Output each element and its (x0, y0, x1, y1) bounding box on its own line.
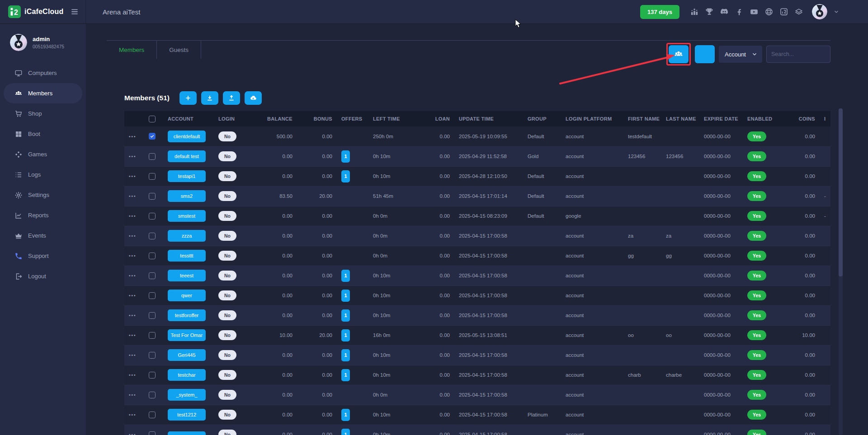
row-checkbox[interactable] (149, 133, 156, 140)
offers-badge[interactable]: 1 (341, 329, 350, 341)
cloud-download-button[interactable] (245, 91, 262, 105)
row-checkbox[interactable] (149, 431, 156, 435)
row-checkbox[interactable] (149, 193, 156, 200)
enabled-badge[interactable]: Yes (747, 350, 766, 360)
account-button[interactable]: _system_ (168, 389, 206, 401)
account-button[interactable]: smstest (168, 210, 206, 222)
row-menu-button[interactable]: ••• (129, 293, 137, 298)
sidebar-item-computers[interactable]: Computers (4, 63, 82, 83)
search-input[interactable] (766, 46, 830, 63)
row-menu-button[interactable]: ••• (129, 273, 137, 278)
rewards-view-button[interactable] (695, 45, 715, 63)
offers-badge[interactable]: 1 (341, 270, 350, 282)
enabled-badge[interactable]: Yes (747, 191, 766, 201)
account-button[interactable]: qwer (168, 290, 206, 301)
row-menu-button[interactable]: ••• (129, 333, 137, 338)
row-checkbox[interactable] (149, 352, 156, 359)
enabled-badge[interactable]: Yes (747, 151, 766, 161)
offers-badge[interactable]: 1 (341, 429, 350, 435)
account-button[interactable]: tessttt (168, 250, 206, 262)
enabled-badge[interactable]: Yes (747, 231, 766, 241)
row-menu-button[interactable]: ••• (129, 412, 137, 417)
enabled-badge[interactable]: Yes (747, 251, 766, 261)
tab-members[interactable]: Members (107, 41, 157, 59)
enabled-badge[interactable]: Yes (747, 290, 766, 300)
account-button[interactable]: testchar (168, 369, 206, 381)
row-checkbox[interactable] (149, 272, 156, 279)
row-checkbox[interactable] (149, 332, 156, 339)
enabled-badge[interactable]: Yes (747, 131, 766, 141)
row-checkbox[interactable] (149, 372, 156, 379)
sidebar-item-support[interactable]: Support (4, 246, 82, 266)
ranking-icon[interactable] (690, 7, 699, 16)
account-button[interactable]: testforoffer (168, 309, 206, 321)
account-button[interactable]: Geri445 (168, 349, 206, 361)
enabled-badge[interactable]: Yes (747, 171, 766, 181)
discord-icon[interactable] (720, 7, 729, 16)
icafe-logo-icon[interactable] (779, 7, 788, 16)
offers-badge[interactable]: 1 (341, 170, 350, 182)
enabled-badge[interactable]: Yes (747, 310, 766, 320)
upload-button[interactable] (223, 91, 240, 105)
sidebar-item-games[interactable]: Games (4, 144, 82, 164)
offers-badge[interactable]: 1 (341, 349, 350, 361)
account-button[interactable]: default test (168, 150, 206, 162)
row-menu-button[interactable]: ••• (129, 194, 137, 199)
row-menu-button[interactable]: ••• (129, 234, 137, 239)
trophy-icon[interactable] (705, 7, 714, 16)
row-menu-button[interactable]: ••• (129, 432, 137, 435)
members-view-button[interactable] (669, 45, 689, 63)
sidebar-item-members[interactable]: Members (4, 83, 82, 103)
enabled-badge[interactable]: Yes (747, 370, 766, 380)
account-button[interactable]: clientdefault (168, 131, 206, 142)
table-scrollbar[interactable] (839, 108, 843, 435)
account-button[interactable]: teeest (168, 270, 206, 281)
row-menu-button[interactable]: ••• (129, 393, 137, 398)
sidebar-item-shop[interactable]: Shop (4, 103, 82, 124)
row-checkbox[interactable] (149, 392, 156, 398)
row-checkbox[interactable] (149, 213, 156, 220)
sidebar-item-boot[interactable]: Boot (4, 124, 82, 144)
enabled-badge[interactable]: Yes (747, 390, 766, 400)
offers-badge[interactable]: 1 (341, 409, 350, 421)
sidebar-item-logout[interactable]: Logout (4, 266, 82, 286)
enabled-badge[interactable]: Yes (747, 430, 766, 435)
row-checkbox[interactable] (149, 153, 156, 160)
account-select[interactable]: Account (719, 46, 762, 63)
scrollbar-thumb[interactable] (839, 108, 843, 276)
facebook-icon[interactable] (735, 7, 744, 16)
row-menu-button[interactable]: ••• (129, 174, 137, 179)
row-checkbox[interactable] (149, 312, 156, 319)
row-checkbox[interactable] (149, 233, 156, 239)
row-menu-button[interactable]: ••• (129, 134, 137, 139)
sidebar-item-reports[interactable]: Reports (4, 205, 82, 225)
account-button[interactable]: zzza (168, 230, 206, 242)
enabled-badge[interactable]: Yes (747, 211, 766, 221)
row-menu-button[interactable]: ••• (129, 313, 137, 318)
row-menu-button[interactable]: ••• (129, 373, 137, 378)
row-menu-button[interactable]: ••• (129, 253, 137, 258)
row-menu-button[interactable]: ••• (129, 214, 137, 219)
row-checkbox[interactable] (149, 292, 156, 299)
offers-badge[interactable]: 1 (341, 369, 350, 381)
user-menu-chevron-icon[interactable] (833, 9, 840, 15)
enabled-badge[interactable]: Yes (747, 330, 766, 340)
account-button[interactable]: test1212 (168, 409, 206, 421)
row-checkbox[interactable] (149, 412, 156, 418)
menu-toggle-icon[interactable] (70, 7, 79, 16)
enabled-badge[interactable]: Yes (747, 271, 766, 281)
offers-badge[interactable]: 1 (341, 290, 350, 302)
sidebar-profile[interactable]: admin 005193482475 (0, 24, 86, 59)
account-button[interactable]: testapi1 (168, 170, 206, 182)
account-button[interactable] (168, 431, 206, 435)
offers-badge[interactable]: 1 (341, 309, 350, 322)
account-button[interactable]: Test For Omar (168, 329, 206, 341)
sidebar-item-logs[interactable]: Logs (4, 164, 82, 185)
row-checkbox[interactable] (149, 253, 156, 259)
row-checkbox[interactable] (149, 173, 156, 180)
sidebar-item-events[interactable]: Events (4, 225, 82, 246)
download-button[interactable] (201, 91, 218, 105)
license-days-badge[interactable]: 137 days (640, 5, 679, 19)
tab-guests[interactable]: Guests (157, 41, 201, 59)
layers-icon[interactable] (794, 7, 803, 16)
